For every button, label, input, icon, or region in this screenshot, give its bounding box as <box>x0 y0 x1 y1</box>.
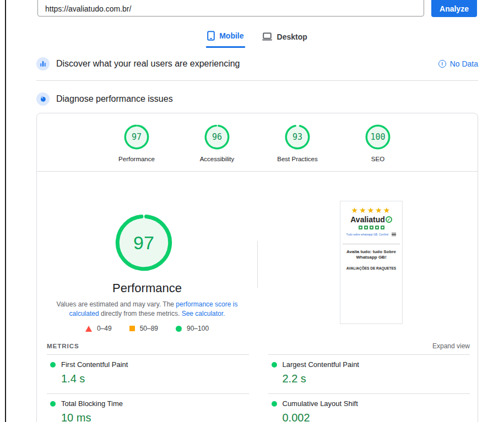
tbt-value: 10 ms <box>61 412 249 422</box>
cls-value: 0.002 <box>283 412 470 422</box>
category-performance[interactable]: 97 Performance <box>111 124 162 162</box>
metric-fcp: First Contentful Paint 1.4 s <box>47 354 249 393</box>
lcp-name: Largest Contentful Paint <box>283 360 359 369</box>
device-tabs: Mobile Desktop <box>36 29 478 48</box>
scores-divider <box>37 171 478 172</box>
metrics-header: METRICS Expand view <box>47 342 470 350</box>
lcp-value: 2.2 s <box>283 372 470 385</box>
section-divider <box>36 80 478 81</box>
preview-tagline: Tudo sobre whatsapp GB. Confira! <box>346 233 389 236</box>
field-data-section-row: Discover what your real users are experi… <box>36 57 478 70</box>
category-seo[interactable]: 100 SEO <box>353 124 403 162</box>
metrics-grid: First Contentful Paint 1.4 s Largest Con… <box>47 354 470 422</box>
tab-desktop-label: Desktop <box>277 32 307 41</box>
category-accessibility[interactable]: 96 Accessibility <box>192 124 242 162</box>
no-data-link[interactable]: ! No Data <box>438 59 478 68</box>
tbt-pass-dot-icon <box>50 401 56 407</box>
tbt-name: Total Blocking Time <box>61 399 123 408</box>
category-best-practices[interactable]: 93 Best Practices <box>272 124 323 162</box>
logo-check-icon: ✓ <box>386 216 392 223</box>
lcp-pass-dot-icon <box>272 362 277 368</box>
lab-data-section-row: Diagnose performance issues <box>36 92 478 106</box>
url-input[interactable] <box>37 0 424 17</box>
column-divider <box>257 241 258 288</box>
main-performance-gauge: 97 <box>115 214 172 271</box>
diagnose-gauge-icon <box>36 92 50 106</box>
fcp-value: 1.4 s <box>61 372 249 385</box>
disclaimer-text-1: Values are estimated and may vary. The <box>57 300 176 308</box>
preview-navbar: Tudo sobre whatsapp GB. Confira! <box>340 233 402 236</box>
legend-pass: 90–100 <box>176 325 209 332</box>
fcp-pass-dot-icon <box>50 362 56 368</box>
legend-average: 50–89 <box>129 325 158 332</box>
average-square-icon <box>129 326 135 331</box>
score-legend: 0–49 50–89 90–100 <box>37 325 257 332</box>
preview-logo-text: Avaliatud <box>350 215 385 224</box>
best-practices-score: 93 <box>285 124 310 150</box>
info-icon: ! <box>438 60 446 68</box>
metric-lcp: Largest Contentful Paint 2.2 s <box>268 354 470 393</box>
tab-mobile[interactable]: Mobile <box>206 29 245 48</box>
main-performance-score: 97 <box>115 214 172 271</box>
report-card: 97 Performance 96 Accessibility 93 Best … <box>36 113 478 422</box>
pass-range-label: 90–100 <box>187 325 209 332</box>
pagespeed-insights-page: Analyze Mobile Desktop Discover what you… <box>0 0 504 422</box>
legend-fail: 0–49 <box>85 325 112 332</box>
score-disclaimer: Values are estimated and may vary. The p… <box>53 300 241 319</box>
hamburger-menu-icon <box>392 233 396 236</box>
cls-pass-dot-icon <box>272 401 277 407</box>
analyze-button[interactable]: Analyze <box>431 0 477 17</box>
preview-subheading: AVALIAÇÕES DE RAQUETES <box>340 266 402 270</box>
performance-score: 97 <box>124 124 149 150</box>
mobile-phone-icon <box>207 31 215 41</box>
expand-view-button[interactable]: Expand view <box>432 342 470 350</box>
preview-logo: Avaliatud ✓ <box>340 215 402 224</box>
see-calculator-link[interactable]: See calculator. <box>182 310 225 317</box>
preview-divider <box>343 244 400 244</box>
cls-name: Cumulative Layout Shift <box>283 399 358 408</box>
fcp-name: First Contentful Paint <box>61 360 128 369</box>
tab-desktop[interactable]: Desktop <box>261 29 308 48</box>
real-users-chart-icon <box>36 57 50 70</box>
pass-circle-icon <box>176 326 182 332</box>
preview-heading: Avalia tudo: tudo Sobre Whatsapp GB! <box>344 249 399 260</box>
tab-mobile-label: Mobile <box>219 31 243 40</box>
lab-data-title: Diagnose performance issues <box>56 94 173 104</box>
preview-rating-squares <box>340 226 402 229</box>
best-practices-label: Best Practices <box>277 156 318 162</box>
accessibility-label: Accessibility <box>200 156 235 162</box>
desktop-laptop-icon <box>262 32 273 41</box>
page-screenshot-preview: ★★★★★ Avaliatud ✓ Tudo sobre whatsapp GB… <box>340 201 403 324</box>
fail-range-label: 0–49 <box>97 325 112 332</box>
seo-label: SEO <box>371 156 384 162</box>
category-scores-row: 97 Performance 96 Accessibility 93 Best … <box>37 124 478 162</box>
no-data-label: No Data <box>450 59 478 68</box>
window-left-edge <box>5 0 6 422</box>
accessibility-score: 96 <box>204 124 230 150</box>
disclaimer-text-2: directly from these metrics. <box>99 310 182 317</box>
fail-triangle-icon <box>85 326 92 332</box>
seo-score: 100 <box>365 124 391 150</box>
performance-section-title: Performance <box>37 281 257 295</box>
average-range-label: 50–89 <box>140 325 158 332</box>
field-data-title: Discover what your real users are experi… <box>56 59 240 69</box>
metric-cls: Cumulative Layout Shift 0.002 <box>268 393 470 422</box>
metric-tbt: Total Blocking Time 10 ms <box>47 393 249 422</box>
preview-stars: ★★★★★ <box>340 206 402 215</box>
performance-label: Performance <box>118 156 155 162</box>
metrics-title: METRICS <box>47 343 79 349</box>
